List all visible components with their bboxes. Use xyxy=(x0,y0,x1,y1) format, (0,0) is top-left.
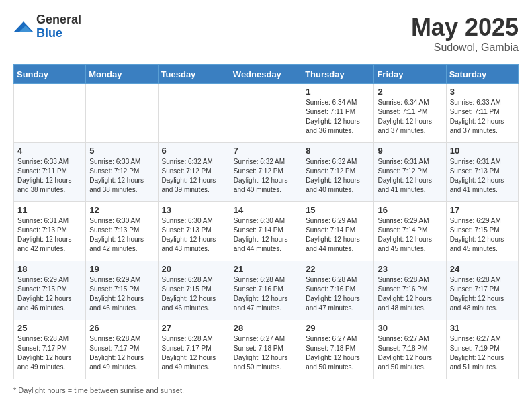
calendar-header-thursday: Thursday xyxy=(302,65,374,84)
day-number: 31 xyxy=(450,323,515,333)
day-info: Sunrise: 6:29 AM Sunset: 7:14 PM Dayligh… xyxy=(378,216,442,254)
day-number: 1 xyxy=(306,87,370,97)
day-info: Sunrise: 6:28 AM Sunset: 7:17 PM Dayligh… xyxy=(17,334,82,372)
day-number: 22 xyxy=(306,264,370,274)
calendar-cell: 21Sunrise: 6:28 AM Sunset: 7:16 PM Dayli… xyxy=(230,261,302,320)
calendar-cell: 28Sunrise: 6:27 AM Sunset: 7:18 PM Dayli… xyxy=(230,320,302,379)
day-number: 2 xyxy=(378,87,442,97)
calendar-cell: 17Sunrise: 6:29 AM Sunset: 7:15 PM Dayli… xyxy=(446,202,518,261)
calendar-cell: 10Sunrise: 6:31 AM Sunset: 7:13 PM Dayli… xyxy=(446,143,518,202)
day-number: 4 xyxy=(17,146,82,156)
calendar-cell: 25Sunrise: 6:28 AM Sunset: 7:17 PM Dayli… xyxy=(14,320,86,379)
day-info: Sunrise: 6:28 AM Sunset: 7:16 PM Dayligh… xyxy=(234,275,298,313)
calendar-cell: 7Sunrise: 6:32 AM Sunset: 7:12 PM Daylig… xyxy=(230,143,302,202)
day-info: Sunrise: 6:31 AM Sunset: 7:13 PM Dayligh… xyxy=(17,216,82,254)
calendar-header-friday: Friday xyxy=(374,65,446,84)
calendar-week-row: 4Sunrise: 6:33 AM Sunset: 7:11 PM Daylig… xyxy=(14,143,519,202)
day-info: Sunrise: 6:29 AM Sunset: 7:15 PM Dayligh… xyxy=(17,275,82,313)
calendar-cell: 6Sunrise: 6:32 AM Sunset: 7:12 PM Daylig… xyxy=(158,143,230,202)
day-number: 7 xyxy=(234,146,298,156)
day-info: Sunrise: 6:27 AM Sunset: 7:19 PM Dayligh… xyxy=(450,334,515,372)
day-number: 11 xyxy=(17,205,82,215)
calendar-cell: 8Sunrise: 6:32 AM Sunset: 7:12 PM Daylig… xyxy=(302,143,374,202)
day-info: Sunrise: 6:28 AM Sunset: 7:17 PM Dayligh… xyxy=(162,334,226,372)
location-title: Sudowol, Gambia xyxy=(411,42,519,54)
calendar-header-saturday: Saturday xyxy=(446,65,518,84)
day-number: 17 xyxy=(450,205,515,215)
day-number: 3 xyxy=(450,87,515,97)
day-number: 19 xyxy=(89,264,154,274)
day-info: Sunrise: 6:31 AM Sunset: 7:12 PM Dayligh… xyxy=(378,157,442,195)
calendar-cell: 14Sunrise: 6:30 AM Sunset: 7:14 PM Dayli… xyxy=(230,202,302,261)
calendar-week-row: 25Sunrise: 6:28 AM Sunset: 7:17 PM Dayli… xyxy=(14,320,519,379)
day-number: 24 xyxy=(450,264,515,274)
day-info: Sunrise: 6:34 AM Sunset: 7:11 PM Dayligh… xyxy=(306,98,370,136)
calendar-header-tuesday: Tuesday xyxy=(158,65,230,84)
calendar-cell: 9Sunrise: 6:31 AM Sunset: 7:12 PM Daylig… xyxy=(374,143,446,202)
calendar-cell xyxy=(230,84,302,143)
day-info: Sunrise: 6:28 AM Sunset: 7:16 PM Dayligh… xyxy=(378,275,442,313)
day-info: Sunrise: 6:29 AM Sunset: 7:14 PM Dayligh… xyxy=(306,216,370,254)
calendar-cell: 29Sunrise: 6:27 AM Sunset: 7:18 PM Dayli… xyxy=(302,320,374,379)
day-number: 29 xyxy=(306,323,370,333)
day-info: Sunrise: 6:33 AM Sunset: 7:12 PM Dayligh… xyxy=(89,157,154,195)
calendar-cell: 23Sunrise: 6:28 AM Sunset: 7:16 PM Dayli… xyxy=(374,261,446,320)
calendar-cell: 4Sunrise: 6:33 AM Sunset: 7:11 PM Daylig… xyxy=(14,143,86,202)
day-info: Sunrise: 6:32 AM Sunset: 7:12 PM Dayligh… xyxy=(234,157,298,195)
day-info: Sunrise: 6:27 AM Sunset: 7:18 PM Dayligh… xyxy=(306,334,370,372)
day-info: Sunrise: 6:28 AM Sunset: 7:17 PM Dayligh… xyxy=(89,334,154,372)
day-info: Sunrise: 6:33 AM Sunset: 7:11 PM Dayligh… xyxy=(450,98,515,136)
calendar-cell: 22Sunrise: 6:28 AM Sunset: 7:16 PM Dayli… xyxy=(302,261,374,320)
day-info: Sunrise: 6:33 AM Sunset: 7:11 PM Dayligh… xyxy=(17,157,82,195)
calendar-header-row: SundayMondayTuesdayWednesdayThursdayFrid… xyxy=(14,65,519,84)
day-info: Sunrise: 6:28 AM Sunset: 7:17 PM Dayligh… xyxy=(450,275,515,313)
calendar-cell xyxy=(158,84,230,143)
calendar-cell: 13Sunrise: 6:30 AM Sunset: 7:13 PM Dayli… xyxy=(158,202,230,261)
day-number: 8 xyxy=(306,146,370,156)
day-number: 12 xyxy=(89,205,154,215)
day-number: 27 xyxy=(162,323,226,333)
day-info: Sunrise: 6:27 AM Sunset: 7:18 PM Dayligh… xyxy=(234,334,298,372)
calendar-week-row: 1Sunrise: 6:34 AM Sunset: 7:11 PM Daylig… xyxy=(14,84,519,143)
day-info: Sunrise: 6:29 AM Sunset: 7:15 PM Dayligh… xyxy=(450,216,515,254)
day-number: 14 xyxy=(234,205,298,215)
logo-icon xyxy=(13,19,34,35)
day-number: 26 xyxy=(89,323,154,333)
calendar-cell: 18Sunrise: 6:29 AM Sunset: 7:15 PM Dayli… xyxy=(14,261,86,320)
calendar-cell: 31Sunrise: 6:27 AM Sunset: 7:19 PM Dayli… xyxy=(446,320,518,379)
calendar-cell: 27Sunrise: 6:28 AM Sunset: 7:17 PM Dayli… xyxy=(158,320,230,379)
day-info: Sunrise: 6:28 AM Sunset: 7:15 PM Dayligh… xyxy=(162,275,226,313)
logo: General Blue xyxy=(13,13,81,40)
calendar-cell: 26Sunrise: 6:28 AM Sunset: 7:17 PM Dayli… xyxy=(86,320,158,379)
calendar-cell: 20Sunrise: 6:28 AM Sunset: 7:15 PM Dayli… xyxy=(158,261,230,320)
calendar-cell: 19Sunrise: 6:29 AM Sunset: 7:15 PM Dayli… xyxy=(86,261,158,320)
day-info: Sunrise: 6:30 AM Sunset: 7:13 PM Dayligh… xyxy=(89,216,154,254)
calendar-header-monday: Monday xyxy=(86,65,158,84)
calendar-cell: 30Sunrise: 6:27 AM Sunset: 7:18 PM Dayli… xyxy=(374,320,446,379)
footer-note-text: Daylight hours xyxy=(18,386,65,394)
day-number: 30 xyxy=(378,323,442,333)
day-info: Sunrise: 6:32 AM Sunset: 7:12 PM Dayligh… xyxy=(162,157,226,195)
day-number: 10 xyxy=(450,146,515,156)
calendar-table: SundayMondayTuesdayWednesdayThursdayFrid… xyxy=(13,64,519,379)
day-number: 21 xyxy=(234,264,298,274)
calendar-week-row: 18Sunrise: 6:29 AM Sunset: 7:15 PM Dayli… xyxy=(14,261,519,320)
day-number: 20 xyxy=(162,264,226,274)
day-info: Sunrise: 6:27 AM Sunset: 7:18 PM Dayligh… xyxy=(378,334,442,372)
footer-note: * Daylight hours = time between sunrise … xyxy=(13,386,519,394)
calendar-header-wednesday: Wednesday xyxy=(230,65,302,84)
day-info: Sunrise: 6:30 AM Sunset: 7:14 PM Dayligh… xyxy=(234,216,298,254)
logo-blue-text: Blue xyxy=(36,27,81,40)
calendar-cell: 2Sunrise: 6:34 AM Sunset: 7:11 PM Daylig… xyxy=(374,84,446,143)
day-number: 6 xyxy=(162,146,226,156)
day-number: 13 xyxy=(162,205,226,215)
day-number: 5 xyxy=(89,146,154,156)
day-info: Sunrise: 6:30 AM Sunset: 7:13 PM Dayligh… xyxy=(162,216,226,254)
calendar-cell: 5Sunrise: 6:33 AM Sunset: 7:12 PM Daylig… xyxy=(86,143,158,202)
calendar-cell: 24Sunrise: 6:28 AM Sunset: 7:17 PM Dayli… xyxy=(446,261,518,320)
calendar-cell: 11Sunrise: 6:31 AM Sunset: 7:13 PM Dayli… xyxy=(14,202,86,261)
page-header: General Blue May 2025 Sudowol, Gambia xyxy=(13,13,519,54)
day-number: 23 xyxy=(378,264,442,274)
day-number: 15 xyxy=(306,205,370,215)
calendar-header-sunday: Sunday xyxy=(14,65,86,84)
